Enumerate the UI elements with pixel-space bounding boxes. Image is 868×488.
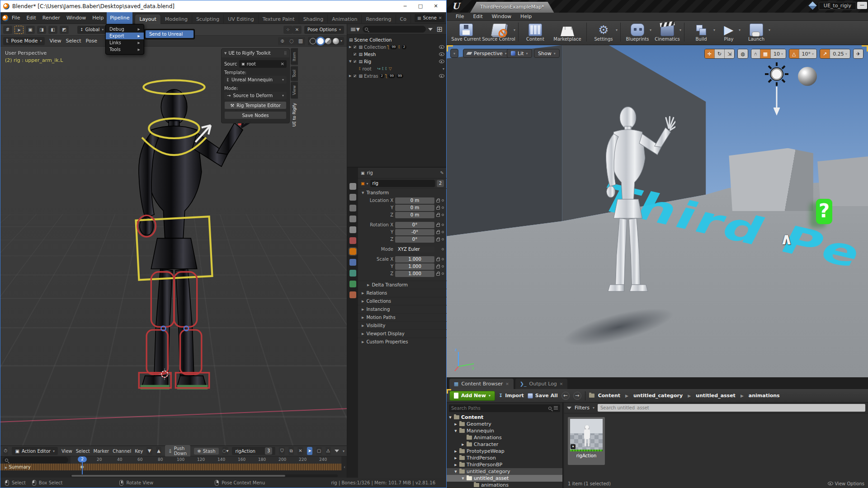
transform-orientation-dropdown[interactable]: ⭥ Global ▾ (77, 26, 107, 34)
template-dropdown[interactable]: 𐊤 Unreal Mannequin ▾ (224, 76, 287, 84)
save-all-button[interactable]: Save All (528, 393, 558, 399)
build-button[interactable]: ▾ Build (686, 23, 716, 42)
lock-icon[interactable] (436, 231, 440, 234)
menu-pose[interactable]: Pose (86, 38, 97, 44)
close-button[interactable]: ✕ (428, 1, 443, 11)
outliner-display-mode-dropdown[interactable]: ≡▾ (349, 25, 360, 33)
sphere-reflection-billboard[interactable] (798, 67, 817, 86)
menu-help[interactable]: Help (89, 12, 107, 24)
outliner-search-field[interactable] (363, 26, 426, 33)
grid-snap-button[interactable]: ▦ (760, 49, 771, 58)
active-tool-dropdown[interactable]: # (3, 26, 12, 34)
tree-untitled-asset-selected[interactable]: ▼untitled_asset (447, 475, 562, 482)
menu-file[interactable]: File (9, 12, 23, 24)
pin-icon[interactable]: ✎ (440, 170, 444, 175)
animate-dot-icon[interactable] (442, 224, 444, 226)
checkbox[interactable]: ✓ (353, 45, 357, 49)
search-paths-input[interactable] (451, 406, 546, 411)
tab-output-log[interactable]: ❯_ Output Log ✕ (515, 379, 568, 389)
errors-icon[interactable]: ⚠ (326, 447, 331, 455)
back-button[interactable]: ← (561, 392, 570, 400)
documentation-actor[interactable]: ? (816, 199, 832, 224)
close-tab-icon[interactable]: ✕ (505, 382, 509, 386)
play-button[interactable]: ▶ ▾ Play (716, 23, 741, 42)
animate-dot-icon[interactable] (442, 214, 444, 216)
breadcrumb-category[interactable]: untitled_category (633, 393, 683, 399)
menu-select[interactable]: Select (76, 449, 90, 454)
section-motion-paths[interactable]: ▶Motion Paths (358, 313, 447, 321)
tab-view-layer-icon[interactable] (349, 216, 356, 222)
cinematics-button[interactable]: ▾ Cinematics (652, 23, 682, 42)
mode-dropdown-rigify[interactable]: → Source to Deform ▾ (224, 92, 287, 99)
gizmo-toggle-icon[interactable]: 🜕 (278, 37, 287, 45)
select-tool-icon[interactable]: ➤ (14, 26, 24, 34)
tab-world-icon[interactable] (349, 237, 356, 244)
shading-solid-icon[interactable] (317, 38, 324, 44)
menu-pipeline[interactable]: Pipeline (107, 12, 132, 24)
content-button[interactable]: Content (520, 23, 550, 42)
asset-tile-rigaction[interactable]: ✶ rigAction (568, 417, 605, 465)
tree-prototypeweap[interactable]: ▶PrototypeWeap (447, 448, 562, 455)
minimize-button[interactable]: — (857, 2, 867, 9)
player-start-marker[interactable]: ∧ (780, 230, 793, 248)
angle-snap-button[interactable]: △ (789, 49, 799, 58)
menu-window[interactable]: Window (487, 14, 516, 19)
workspace-sculpting[interactable]: Sculpting (192, 14, 224, 24)
section-delta-transform[interactable]: ▶Delta Transform (358, 281, 447, 289)
outliner-row-mesh[interactable]: ▶ ✓ ▤ Mesh (347, 51, 446, 58)
move-tool-button[interactable]: ✛ (705, 49, 715, 58)
animate-dot-icon[interactable] (442, 258, 444, 260)
unreal-3d-viewport[interactable]: Third Pe (447, 45, 868, 377)
source-object-field[interactable]: ▣ root ✕ (239, 60, 287, 68)
tab-physics-icon[interactable] (349, 281, 356, 287)
world-local-toggle[interactable]: ◍ (738, 49, 748, 58)
select-mode-new-icon[interactable]: ▣ (26, 26, 35, 34)
perspective-button[interactable]: Perspective▾ (463, 49, 511, 58)
action-editor-mode-dropdown[interactable]: ▣ Action Editor▾ (12, 447, 58, 455)
editor-type-dropdown[interactable]: ⏱▾ (3, 447, 8, 455)
section-instancing[interactable]: ▶Instancing (358, 305, 447, 313)
tree-character[interactable]: ▶Character (447, 441, 562, 448)
scale-snap-value[interactable]: 0.25▾ (830, 49, 850, 58)
section-visibility[interactable]: ▶Visibility (358, 321, 447, 329)
tab-ue-to-rigify[interactable]: UE to Rigify (291, 99, 298, 130)
tab-view[interactable]: View (291, 82, 298, 99)
clear-icon[interactable]: ✕ (292, 26, 302, 34)
rotation-z-field[interactable]: 0° (395, 236, 434, 243)
drag-handle-icon[interactable]: ⣿ (284, 51, 287, 55)
animate-dot-icon[interactable] (442, 265, 444, 267)
filters-dropdown[interactable]: Filters (575, 405, 590, 411)
tree-content[interactable]: ▼Content (447, 414, 562, 421)
region-collapse-arrow[interactable]: ‹ (344, 465, 345, 469)
blender-mannequin[interactable] (98, 76, 250, 397)
menu-key[interactable]: Key (135, 449, 143, 454)
tab-data-icon[interactable] (349, 270, 356, 277)
section-viewport-display[interactable]: ▶Viewport Display (358, 329, 447, 338)
mode-dropdown[interactable]: 𐊤 Pose Mode ▾ (3, 37, 45, 45)
rig-template-editor-button[interactable]: ⚒ Rig Template Editor (224, 101, 287, 109)
outliner-row-rig[interactable]: ▼ ✓ ▤ Rig (347, 58, 446, 65)
move-down-icon[interactable]: ▼ (146, 447, 152, 455)
collapse-icon[interactable]: ▼ (349, 60, 351, 63)
action-name-field[interactable]: rigAction 3 (232, 447, 275, 455)
grid-snap-value[interactable]: 10▾ (771, 49, 786, 58)
lock-icon[interactable] (436, 214, 440, 217)
launch-button[interactable]: ▾ Launch (741, 23, 771, 42)
pose-options-dropdown[interactable]: Pose Options ▾ (304, 26, 344, 34)
action-users-badge[interactable]: 3 (265, 447, 272, 455)
scale-z-field[interactable]: 1.000 (395, 271, 434, 277)
maximize-button[interactable]: □ (413, 1, 428, 11)
section-relations[interactable]: ▶Relations (358, 289, 447, 297)
clear-source-icon[interactable]: ✕ (281, 61, 284, 66)
hide-eye-icon[interactable] (439, 45, 444, 49)
directional-light-billboard[interactable] (763, 59, 790, 120)
checkbox[interactable]: ✓ (353, 74, 357, 78)
tree-thirdperson[interactable]: ▶ThirdPerson (447, 455, 562, 461)
scene-unlink-icon[interactable]: ✕ (439, 16, 442, 20)
tab-texture-icon[interactable] (349, 291, 356, 298)
shading-rendered-icon[interactable] (333, 38, 339, 44)
tab-tool[interactable]: Tool (291, 66, 298, 81)
workspace-uv-editing[interactable]: UV Editing (224, 14, 258, 24)
menu-item-tools[interactable]: Tools▶ (106, 46, 144, 53)
menu-edit[interactable]: Edit (23, 12, 39, 24)
